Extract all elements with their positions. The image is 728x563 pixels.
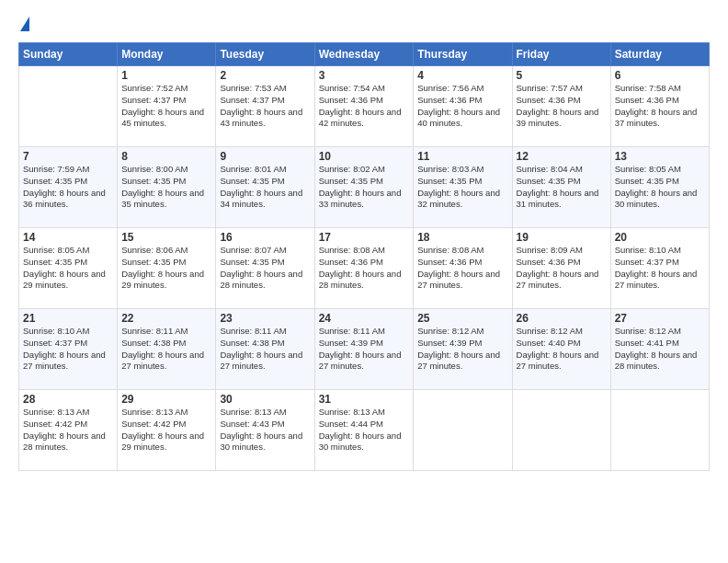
day-info: Sunrise: 8:08 AM Sunset: 4:36 PM Dayligh… [417,245,507,292]
weekday-header: Tuesday [216,43,314,66]
calendar-cell: 30Sunrise: 8:13 AM Sunset: 4:43 PM Dayli… [216,390,314,471]
day-number: 23 [220,312,310,325]
day-info: Sunrise: 8:08 AM Sunset: 4:36 PM Dayligh… [319,245,410,292]
day-info: Sunrise: 7:58 AM Sunset: 4:36 PM Dayligh… [615,83,705,130]
calendar-cell: 6Sunrise: 7:58 AM Sunset: 4:36 PM Daylig… [610,66,709,147]
day-info: Sunrise: 8:04 AM Sunset: 4:35 PM Dayligh… [517,164,607,211]
calendar-cell: 26Sunrise: 8:12 AM Sunset: 4:40 PM Dayli… [512,309,610,390]
day-info: Sunrise: 7:54 AM Sunset: 4:36 PM Dayligh… [319,83,410,130]
day-info: Sunrise: 7:59 AM Sunset: 4:35 PM Dayligh… [23,164,113,211]
calendar-cell: 20Sunrise: 8:10 AM Sunset: 4:37 PM Dayli… [610,228,709,309]
calendar-table: SundayMondayTuesdayWednesdayThursdayFrid… [18,42,710,471]
day-info: Sunrise: 7:57 AM Sunset: 4:36 PM Dayligh… [517,83,607,130]
calendar-cell: 17Sunrise: 8:08 AM Sunset: 4:36 PM Dayli… [314,228,414,309]
calendar-cell: 25Sunrise: 8:12 AM Sunset: 4:39 PM Dayli… [414,309,512,390]
day-number: 8 [121,150,211,163]
logo-triangle-icon [20,17,29,31]
day-info: Sunrise: 8:01 AM Sunset: 4:35 PM Dayligh… [220,164,310,211]
calendar-week-row: 28Sunrise: 8:13 AM Sunset: 4:42 PM Dayli… [19,390,710,471]
calendar-cell: 15Sunrise: 8:06 AM Sunset: 4:35 PM Dayli… [118,228,216,309]
day-info: Sunrise: 8:03 AM Sunset: 4:35 PM Dayligh… [417,164,507,211]
day-number: 11 [417,150,507,163]
calendar-cell: 2Sunrise: 7:53 AM Sunset: 4:37 PM Daylig… [216,66,314,147]
calendar-cell: 5Sunrise: 7:57 AM Sunset: 4:36 PM Daylig… [512,66,610,147]
day-info: Sunrise: 8:12 AM Sunset: 4:41 PM Dayligh… [615,326,705,373]
day-info: Sunrise: 8:05 AM Sunset: 4:35 PM Dayligh… [615,164,705,211]
calendar-cell: 21Sunrise: 8:10 AM Sunset: 4:37 PM Dayli… [19,309,118,390]
day-number: 28 [23,393,113,406]
calendar-cell [19,66,118,147]
calendar-cell: 8Sunrise: 8:00 AM Sunset: 4:35 PM Daylig… [118,147,216,228]
logo [18,17,29,33]
calendar-cell [610,390,709,471]
day-info: Sunrise: 8:12 AM Sunset: 4:39 PM Dayligh… [417,326,507,373]
calendar-cell: 24Sunrise: 8:11 AM Sunset: 4:39 PM Dayli… [314,309,414,390]
day-number: 20 [615,231,705,244]
day-number: 4 [417,69,507,82]
weekday-header: Sunday [19,43,118,66]
calendar-header-row: SundayMondayTuesdayWednesdayThursdayFrid… [19,43,710,66]
calendar-cell: 9Sunrise: 8:01 AM Sunset: 4:35 PM Daylig… [216,147,314,228]
page: SundayMondayTuesdayWednesdayThursdayFrid… [0,0,728,563]
day-number: 27 [615,312,705,325]
calendar-week-row: 21Sunrise: 8:10 AM Sunset: 4:37 PM Dayli… [19,309,710,390]
calendar-cell: 19Sunrise: 8:09 AM Sunset: 4:36 PM Dayli… [512,228,610,309]
day-number: 14 [23,231,113,244]
day-info: Sunrise: 8:12 AM Sunset: 4:40 PM Dayligh… [517,326,607,373]
day-number: 15 [121,231,211,244]
calendar-cell: 4Sunrise: 7:56 AM Sunset: 4:36 PM Daylig… [414,66,512,147]
day-info: Sunrise: 8:13 AM Sunset: 4:43 PM Dayligh… [220,407,310,454]
day-number: 18 [417,231,507,244]
calendar-cell: 11Sunrise: 8:03 AM Sunset: 4:35 PM Dayli… [414,147,512,228]
calendar-cell: 22Sunrise: 8:11 AM Sunset: 4:38 PM Dayli… [118,309,216,390]
calendar-cell: 13Sunrise: 8:05 AM Sunset: 4:35 PM Dayli… [610,147,709,228]
day-number: 21 [23,312,113,325]
calendar-cell: 31Sunrise: 8:13 AM Sunset: 4:44 PM Dayli… [314,390,414,471]
calendar-cell: 27Sunrise: 8:12 AM Sunset: 4:41 PM Dayli… [610,309,709,390]
day-number: 9 [220,150,310,163]
day-number: 3 [319,69,410,82]
day-info: Sunrise: 8:13 AM Sunset: 4:42 PM Dayligh… [121,407,211,454]
day-number: 13 [615,150,705,163]
day-number: 2 [220,69,310,82]
calendar-cell: 1Sunrise: 7:52 AM Sunset: 4:37 PM Daylig… [118,66,216,147]
day-info: Sunrise: 8:11 AM Sunset: 4:38 PM Dayligh… [220,326,310,373]
day-number: 30 [220,393,310,406]
day-number: 26 [517,312,607,325]
day-number: 22 [121,312,211,325]
calendar-cell [414,390,512,471]
day-info: Sunrise: 8:13 AM Sunset: 4:42 PM Dayligh… [23,407,113,454]
calendar-cell: 7Sunrise: 7:59 AM Sunset: 4:35 PM Daylig… [19,147,118,228]
day-info: Sunrise: 8:11 AM Sunset: 4:38 PM Dayligh… [121,326,211,373]
day-number: 31 [319,393,410,406]
calendar-cell: 18Sunrise: 8:08 AM Sunset: 4:36 PM Dayli… [414,228,512,309]
day-number: 10 [319,150,410,163]
weekday-header: Wednesday [314,43,414,66]
calendar-cell: 29Sunrise: 8:13 AM Sunset: 4:42 PM Dayli… [118,390,216,471]
calendar-week-row: 7Sunrise: 7:59 AM Sunset: 4:35 PM Daylig… [19,147,710,228]
calendar-cell: 16Sunrise: 8:07 AM Sunset: 4:35 PM Dayli… [216,228,314,309]
day-number: 25 [417,312,507,325]
day-info: Sunrise: 8:11 AM Sunset: 4:39 PM Dayligh… [319,326,410,373]
calendar-cell: 12Sunrise: 8:04 AM Sunset: 4:35 PM Dayli… [512,147,610,228]
weekday-header: Friday [512,43,610,66]
day-number: 6 [615,69,705,82]
day-info: Sunrise: 8:00 AM Sunset: 4:35 PM Dayligh… [121,164,211,211]
day-number: 5 [517,69,607,82]
day-info: Sunrise: 7:56 AM Sunset: 4:36 PM Dayligh… [417,83,507,130]
day-info: Sunrise: 7:52 AM Sunset: 4:37 PM Dayligh… [121,83,211,130]
day-number: 17 [319,231,410,244]
day-number: 16 [220,231,310,244]
day-number: 1 [121,69,211,82]
day-info: Sunrise: 7:53 AM Sunset: 4:37 PM Dayligh… [220,83,310,130]
calendar-cell: 10Sunrise: 8:02 AM Sunset: 4:35 PM Dayli… [314,147,414,228]
day-info: Sunrise: 8:06 AM Sunset: 4:35 PM Dayligh… [121,245,211,292]
calendar-cell [512,390,610,471]
day-number: 12 [517,150,607,163]
calendar-cell: 23Sunrise: 8:11 AM Sunset: 4:38 PM Dayli… [216,309,314,390]
day-number: 24 [319,312,410,325]
day-info: Sunrise: 8:13 AM Sunset: 4:44 PM Dayligh… [319,407,410,454]
calendar-cell: 14Sunrise: 8:05 AM Sunset: 4:35 PM Dayli… [19,228,118,309]
day-number: 19 [517,231,607,244]
day-info: Sunrise: 8:10 AM Sunset: 4:37 PM Dayligh… [23,326,113,373]
